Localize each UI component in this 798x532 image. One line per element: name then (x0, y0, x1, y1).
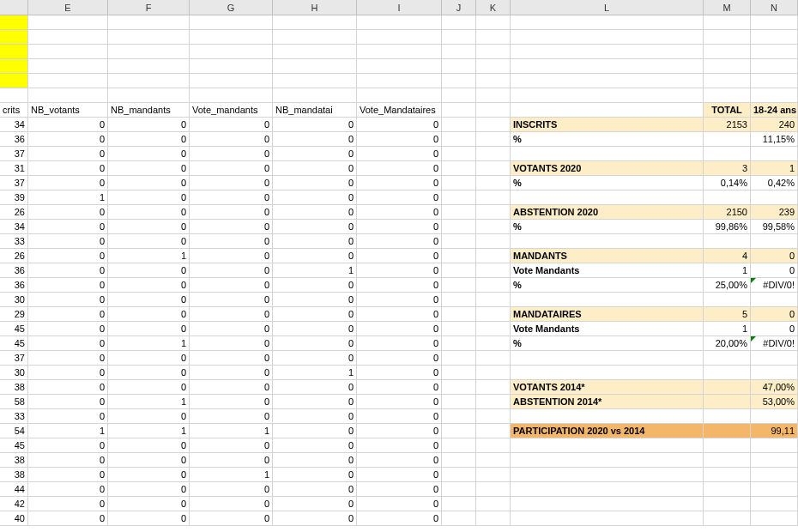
cell-f[interactable] (108, 59, 190, 74)
cell-n[interactable] (751, 293, 798, 307)
cell-f[interactable]: 0 (108, 322, 190, 336)
cell-g[interactable] (190, 15, 273, 30)
cell-j[interactable] (442, 278, 476, 293)
cell-n[interactable] (751, 453, 798, 468)
cell-l[interactable]: Vote Mandants (511, 263, 704, 278)
cell-k[interactable] (476, 45, 511, 59)
cell-n[interactable] (751, 497, 798, 511)
cell-j[interactable] (442, 263, 476, 278)
cell-l[interactable] (511, 438, 704, 453)
cell-g[interactable] (190, 45, 273, 59)
cell-k[interactable] (476, 307, 511, 322)
cell-d[interactable]: 37 (0, 176, 28, 190)
cell-j[interactable] (442, 30, 476, 45)
cell-l[interactable] (511, 103, 704, 118)
cell-n[interactable]: 0 (751, 307, 798, 322)
cell-f[interactable]: 0 (108, 453, 190, 468)
cell-n[interactable]: 99,58% (751, 220, 798, 234)
cell-f[interactable]: 0 (108, 293, 190, 307)
cell-m[interactable] (704, 88, 751, 103)
cell-f[interactable] (108, 74, 190, 88)
cell-l[interactable] (511, 497, 704, 511)
cell-l[interactable]: MANDANTS (511, 249, 704, 263)
cell-d[interactable] (0, 15, 28, 30)
cell-l[interactable] (511, 366, 704, 380)
cell-g[interactable]: 0 (190, 118, 273, 132)
cell-i[interactable]: 0 (357, 190, 442, 205)
cell-h[interactable]: 0 (273, 482, 357, 497)
cell-d[interactable]: crits (0, 103, 28, 118)
cell-l[interactable]: VOTANTS 2014* (511, 380, 704, 395)
cell-h[interactable]: 0 (273, 497, 357, 511)
cell-e[interactable]: 0 (28, 409, 108, 424)
cell-j[interactable] (442, 482, 476, 497)
cell-l[interactable] (511, 511, 704, 526)
cell-i[interactable]: 0 (357, 366, 442, 380)
cell-e[interactable]: 0 (28, 380, 108, 395)
cell-j[interactable] (442, 366, 476, 380)
cell-n[interactable] (751, 366, 798, 380)
cell-h[interactable] (273, 59, 357, 74)
cell-h[interactable]: 1 (273, 366, 357, 380)
cell-n[interactable]: 47,00% (751, 380, 798, 395)
cell-f[interactable]: 0 (108, 482, 190, 497)
cell-h[interactable]: 0 (273, 161, 357, 176)
cell-l[interactable] (511, 351, 704, 366)
cell-f[interactable]: 0 (108, 147, 190, 161)
cell-d[interactable] (0, 74, 28, 88)
cell-h[interactable]: 0 (273, 220, 357, 234)
cell-m[interactable]: 99,86% (704, 220, 751, 234)
col-header-f[interactable]: F (108, 0, 190, 15)
cell-d[interactable]: 30 (0, 366, 28, 380)
cell-k[interactable] (476, 482, 511, 497)
cell-g[interactable]: 0 (190, 307, 273, 322)
cell-h[interactable]: 0 (273, 307, 357, 322)
cell-e[interactable]: 0 (28, 468, 108, 482)
cell-g[interactable]: 0 (190, 132, 273, 147)
cell-l[interactable] (511, 59, 704, 74)
cell-f[interactable]: 0 (108, 468, 190, 482)
cell-d[interactable]: 38 (0, 380, 28, 395)
cell-i[interactable]: 0 (357, 497, 442, 511)
cell-f[interactable]: 0 (108, 307, 190, 322)
cell-d[interactable]: 45 (0, 438, 28, 453)
cell-f[interactable]: 0 (108, 438, 190, 453)
cell-d[interactable]: 31 (0, 161, 28, 176)
cell-e[interactable] (28, 30, 108, 45)
cell-h[interactable]: 0 (273, 453, 357, 468)
cell-n[interactable]: 53,00% (751, 395, 798, 409)
cell-e[interactable]: 0 (28, 278, 108, 293)
cell-k[interactable] (476, 161, 511, 176)
cell-f[interactable]: 0 (108, 351, 190, 366)
cell-d[interactable] (0, 88, 28, 103)
cell-i[interactable]: 0 (357, 220, 442, 234)
cell-f[interactable]: 0 (108, 278, 190, 293)
cell-k[interactable] (476, 409, 511, 424)
cell-k[interactable] (476, 190, 511, 205)
cell-l[interactable]: PARTICIPATION 2020 vs 2014 (511, 424, 704, 438)
cell-f[interactable]: 0 (108, 380, 190, 395)
cell-m[interactable]: 25,00% (704, 278, 751, 293)
cell-h[interactable]: 0 (273, 278, 357, 293)
cell-e[interactable]: 0 (28, 497, 108, 511)
cell-h[interactable] (273, 88, 357, 103)
cell-e[interactable]: 0 (28, 307, 108, 322)
cell-l[interactable] (511, 409, 704, 424)
cell-m[interactable] (704, 147, 751, 161)
cell-m[interactable] (704, 59, 751, 74)
cell-k[interactable] (476, 234, 511, 249)
cell-h[interactable] (273, 15, 357, 30)
cell-k[interactable] (476, 263, 511, 278)
col-header-i[interactable]: I (357, 0, 442, 15)
cell-k[interactable] (476, 176, 511, 190)
cell-d[interactable]: 45 (0, 336, 28, 351)
cell-k[interactable] (476, 132, 511, 147)
cell-i[interactable]: 0 (357, 511, 442, 526)
cell-f[interactable]: 0 (108, 511, 190, 526)
cell-m[interactable] (704, 74, 751, 88)
cell-j[interactable] (442, 409, 476, 424)
cell-d[interactable]: 45 (0, 322, 28, 336)
cell-j[interactable] (442, 453, 476, 468)
cell-i[interactable]: 0 (357, 118, 442, 132)
cell-i[interactable]: 0 (357, 351, 442, 366)
